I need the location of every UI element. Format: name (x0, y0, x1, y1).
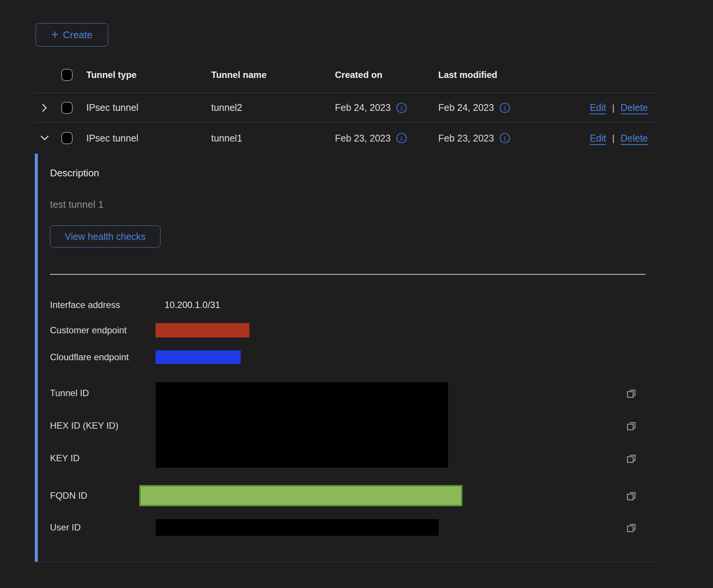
fqdn-id-row: FQDN ID (50, 485, 659, 506)
copy-fqdn-id-button[interactable] (626, 490, 637, 501)
tunnels-page: + Create Tunnel type Tunnel name Created… (0, 0, 713, 588)
description-heading: Description (50, 167, 659, 179)
customer-endpoint-redacted-value (156, 323, 249, 338)
table-header-row: Tunnel type Tunnel name Created on Last … (34, 57, 656, 93)
tunnel-id-label: Tunnel ID (50, 388, 89, 398)
hex-id-label: HEX ID (KEY ID) (50, 420, 118, 431)
create-button-label: Create (63, 29, 92, 41)
cloudflare-endpoint-row: Cloudflare endpoint (50, 350, 659, 364)
user-id-label: User ID (50, 522, 156, 533)
expand-row-button[interactable] (39, 103, 50, 113)
copy-key-id-button[interactable] (626, 453, 637, 464)
actions-separator: | (612, 133, 615, 143)
copy-icon (626, 490, 637, 501)
delete-link[interactable]: Delete (621, 102, 648, 113)
table-row: IPsec tunnel tunnel2 Feb 24, 2023 Feb 24… (34, 93, 656, 123)
info-icon[interactable] (396, 102, 407, 114)
copy-icon (626, 420, 637, 431)
copy-icon (626, 387, 637, 399)
user-id-redacted-value (156, 519, 439, 536)
created-on-cell: Feb 23, 2023 (335, 133, 391, 144)
create-button[interactable]: + Create (36, 23, 108, 47)
copy-icon (626, 522, 637, 533)
tunnel-name-cell: tunnel1 (211, 133, 335, 144)
copy-icon (626, 453, 637, 464)
last-modified-cell: Feb 24, 2023 (438, 102, 494, 113)
fqdn-id-redacted-value (139, 485, 462, 506)
cloudflare-endpoint-label: Cloudflare endpoint (50, 352, 156, 362)
delete-link[interactable]: Delete (621, 133, 648, 144)
select-all-checkbox[interactable] (61, 69, 73, 81)
row-checkbox[interactable] (61, 102, 73, 114)
interface-address-label: Interface address (50, 300, 156, 310)
view-health-checks-button[interactable]: View health checks (50, 226, 160, 247)
tunnel-ids-group: Tunnel ID HEX ID (KEY ID) KEY ID (50, 377, 659, 474)
cloudflare-endpoint-redacted-value (156, 350, 241, 364)
interface-address-value: 10.200.1.0/31 (156, 300, 617, 310)
last-modified-cell: Feb 23, 2023 (438, 133, 494, 144)
created-on-cell: Feb 24, 2023 (335, 102, 391, 113)
tunnel-ids-redacted-value (156, 382, 448, 468)
collapse-row-button[interactable] (39, 133, 50, 143)
header-tunnel-type: Tunnel type (86, 70, 211, 80)
description-text: test tunnel 1 (50, 199, 659, 210)
expanded-tunnel-panel: Description test tunnel 1 View health ch… (35, 154, 659, 562)
tunnel-type-cell: IPsec tunnel (86, 102, 211, 113)
edit-link[interactable]: Edit (590, 133, 606, 144)
copy-hex-id-button[interactable] (626, 420, 637, 431)
copy-tunnel-id-button[interactable] (626, 387, 637, 399)
user-id-row: User ID (50, 519, 659, 536)
tunnels-table: Tunnel type Tunnel name Created on Last … (34, 57, 656, 562)
interface-address-row: Interface address 10.200.1.0/31 (50, 300, 659, 310)
header-last-modified: Last modified (438, 70, 584, 80)
section-divider (50, 274, 646, 275)
customer-endpoint-label: Customer endpoint (50, 325, 156, 336)
key-id-label: KEY ID (50, 453, 79, 464)
info-icon[interactable] (499, 132, 511, 144)
chevron-right-icon (39, 103, 50, 113)
tunnel-type-cell: IPsec tunnel (86, 133, 211, 144)
chevron-down-icon (39, 133, 50, 143)
header-created-on: Created on (335, 70, 438, 80)
row-checkbox[interactable] (61, 132, 73, 144)
info-icon[interactable] (499, 102, 511, 114)
edit-link[interactable]: Edit (590, 102, 606, 113)
actions-separator: | (612, 103, 615, 113)
header-tunnel-name: Tunnel name (211, 70, 335, 80)
plus-icon: + (51, 28, 59, 40)
table-row: IPsec tunnel tunnel1 Feb 23, 2023 Feb 23… (34, 123, 656, 154)
customer-endpoint-row: Customer endpoint (50, 323, 659, 338)
tunnel-name-cell: tunnel2 (211, 102, 335, 113)
copy-user-id-button[interactable] (626, 522, 637, 533)
info-icon[interactable] (396, 132, 407, 144)
